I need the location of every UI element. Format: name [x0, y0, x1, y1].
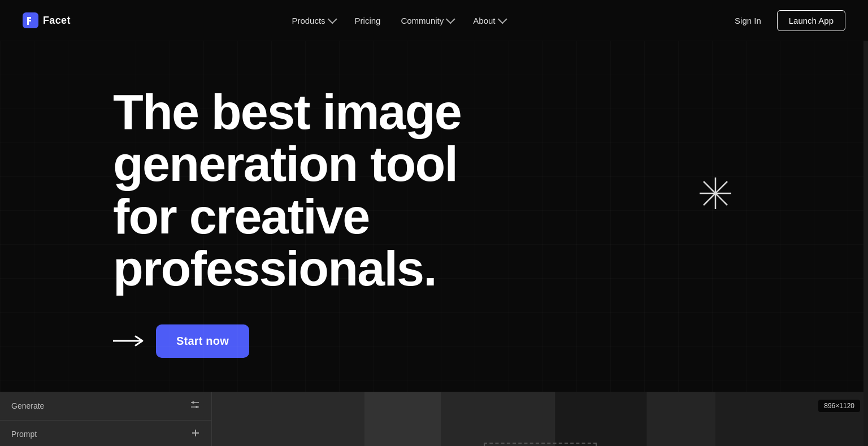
generate-label: Generate — [11, 401, 44, 410]
chevron-down-icon — [327, 14, 337, 24]
prompt-label: Prompt — [11, 430, 37, 439]
scrollbar-track[interactable] — [863, 0, 868, 446]
chevron-down-icon — [497, 14, 507, 24]
selection-box — [484, 443, 597, 446]
hero-cta: Start now — [113, 324, 868, 358]
hero-section: The best image generation tool for creat… — [0, 41, 868, 392]
nav-item-products[interactable]: Products — [283, 11, 343, 30]
start-now-button[interactable]: Start now — [156, 324, 249, 358]
chevron-down-icon — [446, 14, 455, 24]
nav-right: Sign In Launch App — [726, 10, 845, 31]
facet-logo-icon — [23, 12, 38, 28]
svg-rect-15 — [441, 392, 555, 446]
logo[interactable]: Facet — [23, 12, 71, 28]
launch-app-button[interactable]: Launch App — [777, 10, 845, 31]
arrow-right-icon — [113, 334, 147, 348]
nav-center: Products Pricing Community About — [283, 11, 513, 30]
nav-item-about[interactable]: About — [464, 11, 513, 30]
add-icon — [191, 428, 200, 440]
svg-rect-17 — [647, 392, 716, 446]
logo-text: Facet — [43, 15, 71, 27]
image-size-badge: 896×1120 — [818, 400, 860, 412]
navbar: Facet Products Pricing Community About S… — [0, 0, 868, 41]
image-canvas — [212, 392, 868, 446]
svg-rect-14 — [364, 392, 441, 446]
svg-rect-13 — [212, 392, 364, 446]
prompt-row[interactable]: Prompt — [0, 421, 211, 446]
svg-rect-16 — [555, 392, 647, 446]
app-preview-panel: Generate Prompt — [0, 392, 868, 446]
sparkle-decoration — [698, 176, 732, 210]
svg-point-9 — [196, 406, 198, 408]
image-preview-panel: 896×1120 — [212, 392, 868, 446]
svg-point-7 — [192, 401, 194, 404]
sidebar-panel: Generate Prompt — [0, 392, 212, 446]
preview-image — [212, 392, 868, 446]
nav-item-community[interactable]: Community — [392, 11, 462, 30]
generate-row[interactable]: Generate — [0, 392, 211, 421]
nav-item-pricing[interactable]: Pricing — [346, 11, 390, 30]
settings-sliders-icon — [190, 400, 200, 412]
hero-title: The best image generation tool for creat… — [113, 86, 622, 295]
sign-in-button[interactable]: Sign In — [726, 11, 770, 30]
